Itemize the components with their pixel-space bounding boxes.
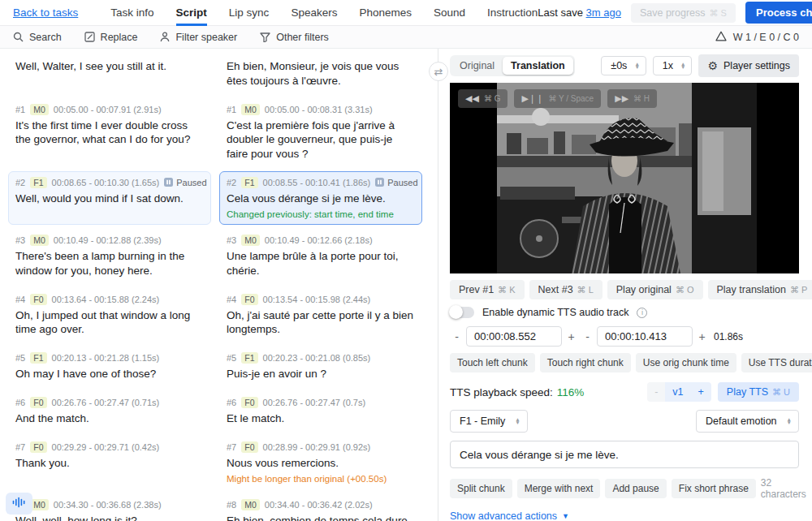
chunk-text: Nous vous remercions. <box>227 456 415 471</box>
dynamic-tts-label: Enable dynamic TTS audio track <box>482 307 628 318</box>
use-tts-duration-button[interactable]: Use TTS duration <box>741 353 812 372</box>
play-pause-button[interactable]: ▶❘❘ ⌘ Y / Space <box>514 89 601 108</box>
forward-button[interactable]: ▶▶ ⌘ H <box>607 89 657 108</box>
rewind-button[interactable]: ◀◀ ⌘ G <box>458 89 508 108</box>
filter-speaker-button[interactable]: Filter speaker <box>160 32 237 43</box>
speaker-badge: F0 <box>30 441 46 453</box>
chunk-row: #3M000:10.49 - 00:12.88 (2.39s)There's b… <box>8 229 431 284</box>
view-original-tab[interactable]: Original <box>451 57 503 75</box>
play-pause-shortcut: ⌘ Y / Space <box>548 94 594 103</box>
tab-instruction[interactable]: Instruction <box>487 0 538 26</box>
chunk-cell-dst[interactable]: #1M000:05.00 - 00:08.31 (3.31s)C'est la … <box>219 98 422 167</box>
swap-panels-button[interactable]: ⇄ <box>429 62 448 81</box>
speaker-badge: M0 <box>241 104 260 115</box>
player-settings-button[interactable]: ⚙ Player settings <box>698 54 799 77</box>
back-to-tasks-link[interactable]: Back to tasks <box>13 6 78 19</box>
tab-task-info[interactable]: Task info <box>110 0 153 26</box>
play-translation-button[interactable]: Play translation⌘ P <box>708 280 812 299</box>
pause-icon <box>375 178 384 188</box>
other-filters-button[interactable]: Other filters <box>260 32 329 43</box>
version-minus-button[interactable]: - <box>647 382 665 402</box>
tab-script[interactable]: Script <box>176 0 207 26</box>
tab-phonemes[interactable]: Phonemes <box>359 0 412 26</box>
start-time-plus-button[interactable]: + <box>564 330 578 343</box>
translation-text-input[interactable]: Cela vous dérange si je me lève. <box>450 441 799 468</box>
chunk-cell-src[interactable]: #1M000:05.00 - 00:07.91 (2.91s)It's the … <box>8 98 211 167</box>
funnel-icon <box>260 32 270 42</box>
next-chunk-button[interactable]: Next #3⌘ L <box>529 280 603 299</box>
play-original-button[interactable]: Play original⌘ O <box>607 280 703 299</box>
player-panel: Original Translation ±0s ▲▼ 1x ▲▼ ⚙ Play… <box>438 49 812 521</box>
dynamic-tts-toggle[interactable] <box>450 307 474 318</box>
chunk-cell-src[interactable]: #7F000:29.29 - 00:29.71 (0.42s)Thank you… <box>8 436 211 489</box>
chunk-cell-src[interactable]: #2F100:08.65 - 00:10.30 (1.65s)PausedWel… <box>8 171 211 225</box>
chunk-cell-dst[interactable]: #3M000:10.49 - 00:12.66 (2.18s)Une lampe… <box>219 229 422 284</box>
rate-spinner[interactable]: 1x ▲▼ <box>653 56 693 75</box>
start-time-input[interactable] <box>466 326 562 347</box>
tab-sound[interactable]: Sound <box>434 0 465 26</box>
use-orig-chunk-time-button[interactable]: Use orig chunk time <box>636 353 736 372</box>
chunk-cell-dst[interactable]: #4F000:13.54 - 00:15.98 (2.44s)Oh, j'ai … <box>219 288 422 343</box>
issues-counter[interactable]: W 1 / E 0 / C 0 <box>715 31 799 44</box>
issues-label: W 1 / E 0 / C 0 <box>733 32 799 43</box>
emotion-select[interactable]: Default emotion ▲▼ <box>696 410 799 433</box>
chunk-cell-src[interactable]: #6F000:26.76 - 00:27.47 (0.71s)And the m… <box>8 391 211 432</box>
tab-speakers[interactable]: Speakers <box>291 0 337 26</box>
chunk-cell-dst[interactable]: Eh bien, Monsieur, je vois que vous êtes… <box>219 54 422 94</box>
video-controls: ◀◀ ⌘ G ▶❘❘ ⌘ Y / Space ▶▶ ⌘ H <box>458 89 657 108</box>
voice-select[interactable]: F1 - Emily ▲▼ <box>450 410 528 433</box>
chunk-time-actions: Touch left chunk Touch right chunk Use o… <box>450 353 799 372</box>
end-time-minus-button[interactable]: - <box>581 330 594 343</box>
speaker-badge: F1 <box>241 352 257 364</box>
save-progress-button[interactable]: Save progress⌘ S <box>631 3 736 23</box>
chunk-cell-dst[interactable]: #8M000:34.40 - 00:36.42 (2.02s)Eh bien, … <box>219 493 422 521</box>
info-icon[interactable]: i <box>637 308 647 318</box>
chunk-cell-dst[interactable]: #5F100:20.23 - 00:21.08 (0.85s)Puis-je e… <box>219 347 422 387</box>
play-tts-button[interactable]: Play TTS⌘ U <box>718 382 799 402</box>
merge-with-next-button[interactable]: Merge with next <box>517 479 601 498</box>
view-translation-tab[interactable]: Translation <box>503 57 573 75</box>
speaker-badge: F0 <box>30 397 46 408</box>
chunk-meta: #1M000:05.00 - 00:07.91 (2.91s) <box>15 104 204 115</box>
start-time-minus-button[interactable]: - <box>450 330 464 343</box>
chunk-text: Well, Walter, I see you still at it. <box>15 59 204 74</box>
chunk-cell-src[interactable]: #3M000:10.49 - 00:12.88 (2.39s)There's b… <box>8 229 211 284</box>
chunk-cell-src[interactable]: Well, Walter, I see you still at it. <box>8 54 211 94</box>
chunk-cell-src[interactable]: #5F100:20.13 - 00:21.28 (1.15s)Oh may I … <box>8 347 211 387</box>
chunk-time-range: 00:29.29 - 00:29.71 (0.42s) <box>52 442 160 452</box>
video-frame <box>450 83 799 273</box>
filter-speaker-label: Filter speaker <box>175 32 237 43</box>
video-player[interactable]: ◀◀ ⌘ G ▶❘❘ ⌘ Y / Space ▶▶ ⌘ H <box>450 83 799 273</box>
chunk-cell-dst[interactable]: #6F000:26.76 - 00:27.47 (0.7s)Et le matc… <box>219 391 422 432</box>
chunk-meta: #4F000:13.64 - 00:15.88 (2.24s) <box>15 294 204 305</box>
chunk-cell-dst[interactable]: #2F100:08.55 - 00:10.41 (1.86s)PausedCel… <box>219 171 422 225</box>
chunk-row: #6F000:26.76 - 00:27.47 (0.71s)And the m… <box>8 391 431 432</box>
chunk-meta: #1M000:05.00 - 00:08.31 (3.31s) <box>227 104 415 115</box>
offset-spinner[interactable]: ±0s ▲▼ <box>601 56 646 75</box>
end-time-input[interactable] <box>597 326 693 347</box>
chunk-cell-src[interactable]: #8M000:34.30 - 00:36.68 (2.38s)Well, wel… <box>8 493 211 521</box>
chunk-text: Oh, I jumped out that window a long time… <box>15 308 204 338</box>
version-plus-button[interactable]: + <box>691 382 711 402</box>
split-chunk-button[interactable]: Split chunk <box>450 479 512 498</box>
process-changes-button[interactable]: Process changes (0/3) <box>745 2 812 24</box>
last-save-time-link[interactable]: 3m ago <box>586 6 621 19</box>
end-time-plus-button[interactable]: + <box>695 330 709 343</box>
search-button[interactable]: Search <box>13 32 62 43</box>
replace-button[interactable]: Replace <box>84 32 138 43</box>
play-tts-shortcut: ⌘ U <box>772 387 790 397</box>
show-advanced-actions-link[interactable]: Show advanced actions▼ <box>450 510 799 521</box>
chunk-cell-src[interactable]: #4F000:13.64 - 00:15.88 (2.24s)Oh, I jum… <box>8 288 211 343</box>
tab-lip-sync[interactable]: Lip sync <box>229 0 270 26</box>
fix-short-phrase-button[interactable]: Fix short phrase <box>672 479 756 498</box>
audio-waves-floating-button[interactable] <box>6 493 32 515</box>
chunk-meta: #6F000:26.76 - 00:27.47 (0.7s) <box>227 397 415 408</box>
chunk-cell-dst[interactable]: #7F000:28.99 - 00:29.91 (0.92s)Nous vous… <box>219 436 422 489</box>
chunk-row: #2F100:08.65 - 00:10.30 (1.65s)PausedWel… <box>8 171 431 225</box>
touch-left-chunk-button[interactable]: Touch left chunk <box>450 353 535 372</box>
tts-version-stepper: - v1 + <box>647 382 711 402</box>
chunk-time-range: 00:08.65 - 00:10.30 (1.65s) <box>52 178 160 187</box>
touch-right-chunk-button[interactable]: Touch right chunk <box>540 353 631 372</box>
prev-chunk-button[interactable]: Prev #1⌘ K <box>450 280 525 299</box>
add-pause-button[interactable]: Add pause <box>605 479 666 498</box>
